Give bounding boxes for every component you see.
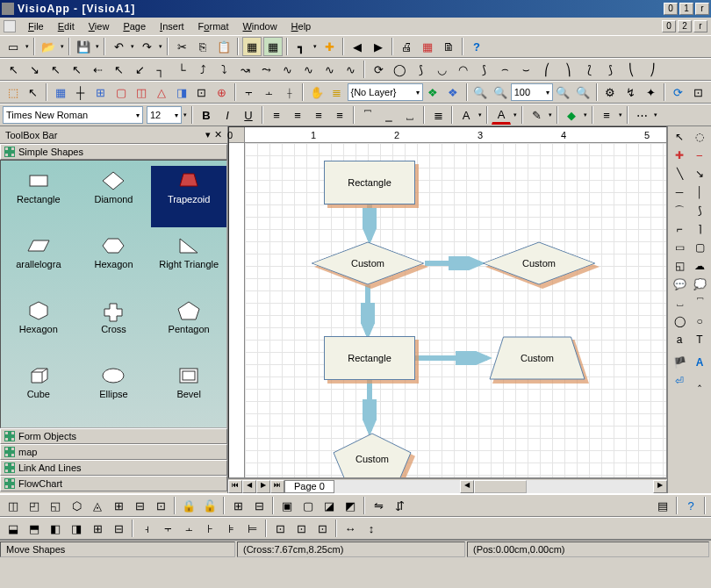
tool-icon[interactable]: ◱ [46,496,65,515]
category-link-lines[interactable]: Link And Lines [0,460,227,476]
arrow-icon[interactable]: ∿ [277,60,297,79]
tool-icon[interactable]: ◫ [4,496,23,515]
mdi-restore[interactable]: 2 [678,20,692,32]
page-tab[interactable]: Page 0 [284,480,334,493]
curve-icon[interactable]: ◡ [432,60,451,79]
toolbox-close-icon[interactable]: ✕ [214,129,222,140]
shape-pent[interactable]: Pentagon [151,296,226,357]
zoom-fit-icon[interactable]: 🔍 [554,82,572,102]
size-icon[interactable]: ⊡ [270,519,290,538]
canvas-trap-node[interactable]: Custom [489,336,585,380]
crop-icon[interactable]: ⊡ [192,82,211,102]
valign-button[interactable]: ⎵ [400,105,420,125]
distribute-icon[interactable]: ⊧ [221,519,241,538]
arrow-icon[interactable]: └ [172,60,191,79]
grid-icon[interactable]: ▦ [51,82,69,102]
print-button[interactable]: 🖨 [397,37,416,56]
unlock-icon[interactable]: 🔓 [200,496,219,515]
distribute-icon[interactable]: ⫟ [158,519,177,538]
arrow-icon[interactable]: ⇠ [88,60,107,79]
arrow-icon[interactable]: ↖ [46,60,65,79]
rect-tool-icon[interactable]: ▭ [670,239,689,256]
tool-icon[interactable]: ✦ [642,82,660,102]
help-button[interactable]: ? [467,37,486,56]
front-icon[interactable]: ▣ [277,496,297,515]
fill-color-button[interactable]: ◆ [562,105,581,125]
paste-button[interactable]: 📋 [214,37,233,56]
zoom-icon[interactable]: 🔍 [574,82,592,102]
curve-icon[interactable]: ⎞ [558,60,578,79]
align-center-button[interactable]: ≡ [288,105,307,125]
valign-button[interactable]: ⎴ [358,105,377,125]
tool-icon[interactable]: ⬡ [67,496,86,515]
distribute-icon[interactable]: ⫞ [137,519,156,538]
callout-tool-icon[interactable]: ◱ [670,257,689,275]
connector-icon[interactable]: ┓ [291,37,311,56]
preview-button[interactable]: 🗎 [439,37,458,56]
copy-button[interactable]: ⎘ [193,37,212,56]
circle-tool-icon[interactable]: ○ [690,312,709,330]
tool-icon[interactable]: ⚙ [601,82,620,102]
curve-icon[interactable]: ⟆ [411,60,430,79]
circle-arrow-icon[interactable]: ⟳ [369,60,388,79]
align-icon[interactable]: ⟊ [280,82,298,102]
shape-diamond[interactable]: Diamond [76,166,152,227]
valign-button[interactable]: ⎯ [379,105,399,125]
align-icon[interactable]: ⬓ [4,519,23,538]
flip-v-icon[interactable]: ⇵ [390,496,409,515]
stack-icon[interactable]: ❖ [444,82,463,102]
speech-tool-icon[interactable]: 💬 [670,276,689,293]
maximize-button[interactable]: 1 [679,3,693,15]
shape-para[interactable]: arallelogra [1,231,76,292]
canvas-pent-node[interactable]: Custom [333,433,412,477]
shape-cross[interactable]: Cross [76,296,152,357]
bullets-button[interactable]: ≣ [428,105,448,125]
select-icon[interactable]: ⬚ [4,82,22,102]
undo-button[interactable]: ↶ [109,37,128,56]
angle-tool-icon[interactable]: ⌐ [670,220,689,238]
distribute-icon[interactable]: ⊦ [200,519,219,538]
arrow-icon[interactable]: ↘ [25,60,44,79]
curve-icon[interactable]: ⟆ [600,60,620,79]
bold-button[interactable]: B [197,105,216,125]
guides-icon[interactable]: ┼ [71,82,90,102]
box-icon[interactable]: ◨ [172,82,190,102]
banner-tool-icon[interactable]: ⎴ [690,294,709,312]
flag-icon[interactable]: 🏴 [670,354,689,371]
arrow-tool-icon[interactable]: ↘ [690,165,709,183]
shape-rect[interactable]: Rectangle [1,166,76,227]
ellipse-tool-icon[interactable]: ◯ [670,312,689,330]
scroll-right-icon[interactable]: ▶ [256,480,270,493]
close-button[interactable]: r [695,3,709,15]
align-icon[interactable]: ◨ [67,519,86,538]
arrow-icon[interactable]: ↙ [130,60,149,79]
box-icon[interactable]: ◫ [132,82,150,102]
align-icon[interactable]: ⊟ [109,519,128,538]
font-size-combo[interactable]: 12▾ [147,106,182,124]
align-icon[interactable]: ⫠ [260,82,278,102]
arrow-icon[interactable]: ∿ [320,60,339,79]
arc-tool-icon[interactable]: ⌒ [670,202,689,219]
bracket-tool-icon[interactable]: ⌉ [690,220,709,238]
italic-button[interactable]: I [218,105,237,125]
align-left-button[interactable]: ≡ [267,105,286,125]
font-color-button[interactable]: A [492,105,511,125]
minimize-button[interactable]: 0 [664,3,678,15]
ribbon-tool-icon[interactable]: ⎵ [670,294,689,312]
canvas-rect-node[interactable]: Rectangle [324,161,415,204]
flip-h-icon[interactable]: ⇋ [369,496,388,515]
scroll-first-icon[interactable]: ⏮ [228,480,242,493]
back-icon[interactable]: ▢ [298,496,318,515]
refresh-icon[interactable]: ⟳ [669,82,687,102]
align-icon[interactable]: ⫟ [240,82,258,102]
line-weight-button[interactable]: ≡ [597,105,616,125]
menu-view[interactable]: View [82,19,117,33]
canvas-diamond-node[interactable]: Custom [311,241,425,285]
category-flowchart[interactable]: FlowChart [0,476,227,491]
curve-icon[interactable]: ⟅ [579,60,599,79]
thought-tool-icon[interactable]: 💭 [690,276,709,293]
ok-icon[interactable]: ⏎ [670,372,689,390]
align-justify-button[interactable]: ≡ [330,105,349,125]
canvas-rect-node[interactable]: Rectangle [324,336,415,380]
size-icon[interactable]: ⊡ [291,519,311,538]
